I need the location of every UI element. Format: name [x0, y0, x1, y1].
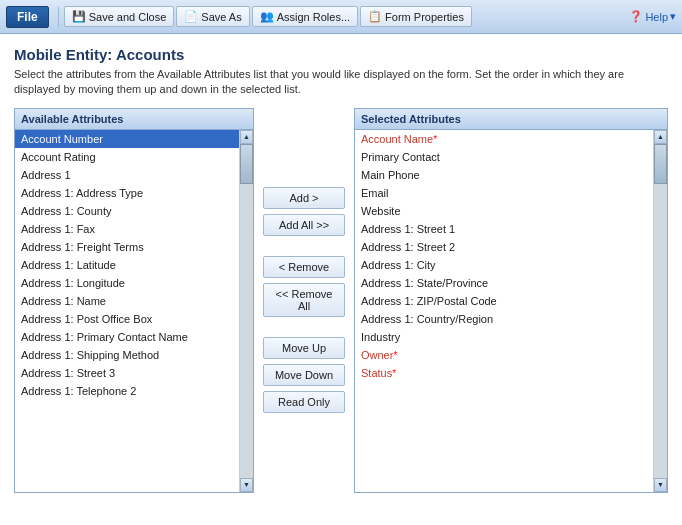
available-list-item[interactable]: Address 1: Freight Terms — [15, 238, 239, 256]
available-panel-header: Available Attributes — [15, 109, 253, 130]
file-button[interactable]: File — [6, 6, 49, 28]
selected-list-item[interactable]: Industry — [355, 328, 653, 346]
selected-scrollbar[interactable]: ▲ ▼ — [653, 130, 667, 492]
selected-list-item[interactable]: Email — [355, 184, 653, 202]
available-list-item[interactable]: Address 1: Telephone 2 — [15, 382, 239, 400]
remove-button[interactable]: < Remove — [263, 256, 345, 278]
available-list-item[interactable]: Address 1: Shipping Method — [15, 346, 239, 364]
add-button[interactable]: Add > — [263, 187, 345, 209]
available-list-item[interactable]: Address 1: Longitude — [15, 274, 239, 292]
available-panel: Available Attributes Account NumberAccou… — [14, 108, 254, 493]
required-star: * — [393, 350, 397, 361]
main-content: Mobile Entity: Accounts Select the attri… — [0, 34, 682, 525]
required-star: * — [433, 134, 437, 145]
page-description: Select the attributes from the Available… — [14, 67, 668, 98]
move-up-button[interactable]: Move Up — [263, 337, 345, 359]
available-list-item[interactable]: Address 1: County — [15, 202, 239, 220]
selected-scroll-track[interactable] — [654, 144, 667, 478]
available-scroll-down[interactable]: ▼ — [240, 478, 253, 492]
available-list-item[interactable]: Address 1: Post Office Box — [15, 310, 239, 328]
available-list-item[interactable]: Address 1: Name — [15, 292, 239, 310]
selected-list-item[interactable]: Address 1: State/Province — [355, 274, 653, 292]
help-dropdown-icon: ▾ — [670, 10, 676, 23]
page-title: Mobile Entity: Accounts — [14, 46, 668, 63]
selected-list-item[interactable]: Status* — [355, 364, 653, 382]
panels-area: Available Attributes Account NumberAccou… — [14, 108, 668, 493]
available-list-item[interactable]: Account Number — [15, 130, 239, 148]
available-scroll-track[interactable] — [240, 144, 253, 478]
selected-list-item[interactable]: Address 1: City — [355, 256, 653, 274]
help-button[interactable]: ❓ Help ▾ — [629, 10, 676, 23]
selected-list-item[interactable]: Website — [355, 202, 653, 220]
selected-list-item[interactable]: Owner* — [355, 346, 653, 364]
toolbar-separator-1 — [58, 7, 59, 27]
selected-list[interactable]: Account Name*Primary ContactMain PhoneEm… — [355, 130, 653, 492]
available-list[interactable]: Account NumberAccount RatingAddress 1Add… — [15, 130, 239, 492]
available-scroll-thumb — [240, 144, 253, 184]
selected-scroll-up[interactable]: ▲ — [654, 130, 667, 144]
selected-list-item[interactable]: Address 1: Country/Region — [355, 310, 653, 328]
required-star: * — [392, 368, 396, 379]
selected-list-item[interactable]: Address 1: ZIP/Postal Code — [355, 292, 653, 310]
remove-all-button[interactable]: << Remove All — [263, 283, 345, 317]
available-list-item[interactable]: Address 1: Latitude — [15, 256, 239, 274]
read-only-button[interactable]: Read Only — [263, 391, 345, 413]
save-as-icon: 📄 — [184, 10, 198, 23]
save-close-button[interactable]: 💾 Save and Close — [64, 6, 175, 27]
available-list-item[interactable]: Address 1 — [15, 166, 239, 184]
available-list-item[interactable]: Address 1: Fax — [15, 220, 239, 238]
save-as-button[interactable]: 📄 Save As — [176, 6, 249, 27]
assign-roles-button[interactable]: 👥 Assign Roles... — [252, 6, 358, 27]
selected-list-item[interactable]: Primary Contact — [355, 148, 653, 166]
selected-list-item[interactable]: Main Phone — [355, 166, 653, 184]
available-scrollbar[interactable]: ▲ ▼ — [239, 130, 253, 492]
middle-buttons: Add > Add All >> < Remove << Remove All … — [254, 108, 354, 493]
available-list-item[interactable]: Address 1: Address Type — [15, 184, 239, 202]
assign-roles-icon: 👥 — [260, 10, 274, 23]
selected-list-item[interactable]: Address 1: Street 2 — [355, 238, 653, 256]
available-list-item[interactable]: Address 1: Street 3 — [15, 364, 239, 382]
toolbar: File 💾 Save and Close 📄 Save As 👥 Assign… — [0, 0, 682, 34]
available-scroll-up[interactable]: ▲ — [240, 130, 253, 144]
form-properties-button[interactable]: 📋 Form Properties — [360, 6, 472, 27]
selected-list-item[interactable]: Address 1: Street 1 — [355, 220, 653, 238]
available-list-item[interactable]: Address 1: Primary Contact Name — [15, 328, 239, 346]
selected-scroll-thumb — [654, 144, 667, 184]
selected-list-item[interactable]: Account Name* — [355, 130, 653, 148]
available-panel-body: Account NumberAccount RatingAddress 1Add… — [15, 130, 253, 492]
selected-scroll-down[interactable]: ▼ — [654, 478, 667, 492]
available-list-item[interactable]: Account Rating — [15, 148, 239, 166]
add-all-button[interactable]: Add All >> — [263, 214, 345, 236]
move-down-button[interactable]: Move Down — [263, 364, 345, 386]
selected-panel-body: Account Name*Primary ContactMain PhoneEm… — [355, 130, 667, 492]
selected-panel-header: Selected Attributes — [355, 109, 667, 130]
help-icon: ❓ — [629, 10, 643, 23]
selected-panel: Selected Attributes Account Name*Primary… — [354, 108, 668, 493]
form-properties-icon: 📋 — [368, 10, 382, 23]
save-close-icon: 💾 — [72, 10, 86, 23]
